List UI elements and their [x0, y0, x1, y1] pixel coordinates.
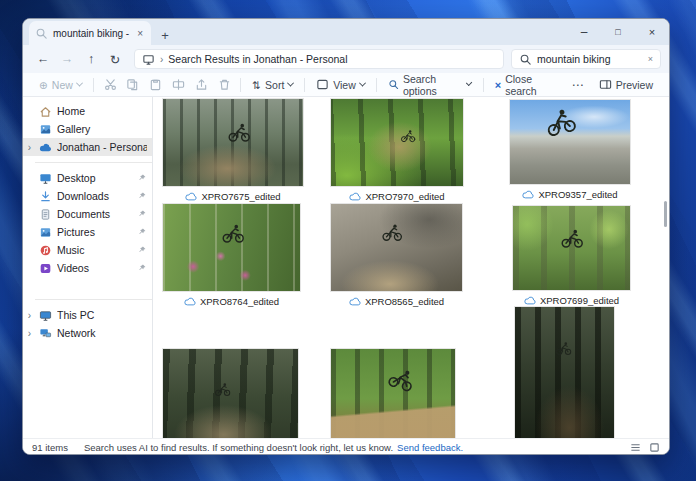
rename-icon	[172, 78, 185, 91]
pin-icon	[137, 191, 147, 201]
up-button[interactable]: ↑	[79, 52, 103, 66]
search-icon	[519, 53, 532, 66]
gallery-icon	[39, 123, 52, 136]
divider	[483, 78, 484, 92]
cut-button[interactable]	[99, 75, 122, 95]
sidebar-item-gallery[interactable]: Gallery	[23, 120, 152, 138]
rename-button[interactable]	[167, 75, 190, 95]
send-feedback-link[interactable]: Send feedback.	[397, 442, 463, 453]
cyclist-silhouette	[555, 341, 572, 356]
photo-thumbnail	[163, 99, 303, 186]
file-caption: XPRO7970_edited	[331, 191, 463, 202]
search-options-icon	[388, 78, 399, 91]
details-view-button[interactable]	[630, 442, 641, 453]
cyclist-silhouette	[400, 129, 416, 143]
address-bar[interactable]: › Search Results in Jonathan - Personal	[134, 49, 504, 69]
sort-button-label: Sort	[265, 79, 284, 91]
sidebar-item-label: Pictures	[57, 226, 132, 238]
sidebar-divider	[35, 299, 152, 300]
preview-panel-icon	[599, 78, 612, 91]
file-item[interactable]	[163, 349, 298, 438]
expand-chevron-icon[interactable]: ›	[25, 310, 34, 321]
copy-icon	[126, 78, 139, 91]
tab-close-icon[interactable]: ×	[135, 28, 145, 39]
cloud-status-icon	[524, 296, 536, 305]
file-name: XPRO8764_edited	[200, 296, 279, 307]
sidebar-item-label: This PC	[57, 309, 147, 321]
file-caption: XPRO9357_edited	[510, 189, 630, 200]
view-button-label: View	[333, 79, 356, 91]
this-pc-icon	[142, 53, 155, 66]
chevron-down-icon	[76, 80, 83, 87]
cyclist-silhouette	[381, 223, 403, 242]
paste-icon	[149, 78, 162, 91]
close-button[interactable]: ×	[635, 19, 669, 45]
sidebar-item-onedrive[interactable]: › Jonathan - Personal	[23, 138, 152, 156]
close-search-x-icon: ×	[495, 79, 501, 91]
divider	[240, 78, 241, 92]
close-search-button[interactable]: × Close search	[489, 75, 564, 95]
file-item[interactable]: XPRO7675_edited	[163, 99, 303, 202]
file-name: XPRO7699_edited	[540, 295, 619, 306]
search-options-button[interactable]: Search options	[382, 75, 478, 95]
back-button[interactable]: ←	[31, 52, 55, 66]
expand-chevron-icon[interactable]: ›	[25, 142, 34, 153]
file-item[interactable]: XPRO7699_edited	[513, 206, 630, 306]
file-name: XPRO7675_edited	[201, 191, 280, 202]
file-explorer-window: mountain biking - Search Res × + – □ × ←…	[22, 18, 670, 455]
chevron-down-icon	[287, 80, 294, 87]
explorer-tab[interactable]: mountain biking - Search Res ×	[29, 21, 151, 45]
large-icons-view-button[interactable]	[649, 442, 660, 453]
new-tab-button[interactable]: +	[155, 28, 175, 45]
sort-button[interactable]: ⇅ Sort	[246, 75, 299, 95]
sidebar-item-label: Videos	[57, 262, 132, 274]
sidebar-item-pictures[interactable]: Pictures	[23, 223, 152, 241]
forward-button[interactable]: →	[55, 52, 79, 66]
photo-thumbnail	[331, 349, 455, 438]
new-button[interactable]: ⊕ New	[33, 75, 88, 95]
paste-button[interactable]	[144, 75, 167, 95]
sidebar-item-music[interactable]: Music	[23, 241, 152, 259]
file-item[interactable]	[515, 307, 614, 438]
cyclist-silhouette	[227, 122, 251, 143]
sidebar-item-network[interactable]: › Network	[23, 324, 152, 342]
refresh-button[interactable]: ↻	[103, 52, 127, 67]
expand-chevron-icon[interactable]: ›	[25, 328, 34, 339]
more-options-button[interactable]: ⋯	[564, 78, 593, 92]
minimize-button[interactable]: –	[567, 19, 601, 45]
cyclist-silhouette	[221, 223, 245, 244]
divider	[93, 78, 94, 92]
file-caption: XPRO7675_edited	[163, 191, 303, 202]
vertical-scrollbar-thumb[interactable]	[664, 201, 667, 227]
file-item[interactable]: XPRO8565_edited	[331, 204, 462, 307]
search-icon	[35, 27, 48, 40]
preview-toggle-button[interactable]: Preview	[593, 75, 659, 95]
cloud-status-icon	[349, 297, 361, 306]
sidebar-item-home[interactable]: Home	[23, 102, 152, 120]
maximize-button[interactable]: □	[601, 19, 635, 45]
share-button[interactable]	[190, 75, 213, 95]
sidebar-item-videos[interactable]: Videos	[23, 259, 152, 277]
copy-button[interactable]	[121, 75, 144, 95]
photo-thumbnail	[513, 206, 630, 290]
sidebar-item-downloads[interactable]: Downloads	[23, 187, 152, 205]
sidebar-item-label: Desktop	[57, 172, 132, 184]
file-item[interactable]: XPRO9357_edited	[510, 100, 630, 200]
file-item[interactable]: XPRO8764_edited	[163, 204, 300, 307]
search-input[interactable]: mountain biking ×	[511, 49, 661, 69]
chevron-down-icon	[359, 80, 366, 87]
sidebar-item-desktop[interactable]: Desktop	[23, 169, 152, 187]
sidebar-item-documents[interactable]: Documents	[23, 205, 152, 223]
file-item[interactable]: XPRO7970_edited	[331, 99, 463, 202]
documents-icon	[39, 208, 52, 221]
cyclist-silhouette	[214, 382, 231, 397]
sidebar-item-label: Network	[57, 327, 147, 339]
delete-button[interactable]	[213, 75, 236, 95]
sidebar-item-this-pc[interactable]: › This PC	[23, 306, 152, 324]
divider	[376, 78, 377, 92]
file-item[interactable]	[331, 349, 455, 438]
close-search-label: Close search	[505, 73, 557, 97]
view-button[interactable]: View	[310, 75, 371, 95]
chevron-down-icon	[466, 80, 473, 87]
clear-search-button[interactable]: ×	[648, 54, 653, 64]
